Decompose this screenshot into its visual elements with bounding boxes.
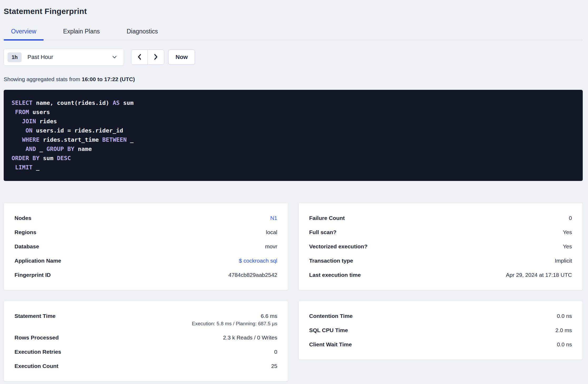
row-values: 2.0 ms [555, 323, 572, 337]
row-label: Database [14, 239, 39, 254]
row-value: Apr 29, 2024 at 17:18 UTC [506, 268, 572, 282]
row-label: Rows Processed [14, 331, 59, 345]
sql-line: AND _ GROUP BY name [12, 144, 575, 154]
tab-overview[interactable]: Overview [4, 28, 44, 40]
chevron-left-icon [137, 53, 142, 61]
tab-explain-plans[interactable]: Explain Plans [56, 28, 107, 40]
row-value: 0.0 ns [557, 337, 572, 352]
row-values: 0 [274, 345, 277, 359]
card-row: Client Wait Time0.0 ns [309, 337, 572, 352]
time-range-label: Past Hour [27, 54, 53, 61]
statement-details-card: NodesN1RegionslocalDatabasemovrApplicati… [4, 203, 288, 290]
time-range-select[interactable]: 1h Past Hour [4, 49, 124, 66]
row-label: Nodes [14, 211, 31, 225]
sql-line: LIMIT _ [12, 163, 575, 172]
row-values: local [266, 225, 277, 239]
row-label: Application Name [14, 254, 61, 268]
row-label: Last execution time [309, 268, 361, 282]
row-values: 6.6 msExecution: 5.8 ms / Planning: 687.… [192, 309, 277, 331]
row-values: Yes [563, 225, 572, 239]
statement-times-card: Statement Time6.6 msExecution: 5.8 ms / … [4, 301, 288, 381]
row-values: 2.3 k Reads / 0 Writes [223, 331, 277, 345]
execution-attributes-card: Failure Count0Full scan?YesVectorized ex… [298, 203, 583, 290]
card-row: Failure Count0 [309, 211, 572, 225]
stats-line-prefix: Showing aggregated stats from [4, 76, 82, 82]
card-row: Transaction typeImplicit [309, 254, 572, 268]
row-values: Yes [563, 239, 572, 254]
row-values: 0 [569, 211, 572, 225]
sql-line: WHERE rides.start_time BETWEEN _ [12, 135, 575, 144]
statement-fingerprint-page: Statement Fingerprint OverviewExplain Pl… [0, 7, 588, 381]
row-label: Vectorized execution? [309, 239, 368, 254]
row-values: N1 [270, 211, 277, 225]
row-value: movr [265, 239, 277, 254]
row-label: Failure Count [309, 211, 345, 225]
stats-line-range: 16:00 to 17:22 (UTC) [82, 76, 135, 82]
sql-line: ORDER BY sum DESC [12, 154, 575, 163]
time-controls: 1h Past Hour [4, 49, 583, 66]
row-value: Yes [563, 239, 572, 254]
row-label: Client Wait Time [309, 337, 352, 352]
page-title: Statement Fingerprint [4, 7, 583, 16]
row-value: Yes [563, 225, 572, 239]
row-values: $ cockroach sql [239, 254, 277, 268]
row-value: 0 [569, 211, 572, 225]
card-row: Statement Time6.6 msExecution: 5.8 ms / … [14, 309, 277, 331]
tab-diagnostics[interactable]: Diagnostics [119, 28, 165, 40]
card-row: Execution Retries0 [14, 345, 277, 359]
card-row: Vectorized execution?Yes [309, 239, 572, 254]
next-interval-button[interactable] [148, 50, 164, 65]
row-values: 0.0 ns [557, 309, 572, 323]
time-range-badge: 1h [8, 52, 22, 62]
row-value: local [266, 225, 277, 239]
card-row: SQL CPU Time2.0 ms [309, 323, 572, 337]
row-label: Full scan? [309, 225, 337, 239]
row-values: 4784cb829aab2542 [228, 268, 277, 282]
row-subvalue: Execution: 5.8 ms / Planning: 687.5 µs [192, 320, 277, 331]
row-label: SQL CPU Time [309, 323, 348, 337]
sql-line: FROM users [12, 107, 575, 117]
row-value: 25 [271, 359, 277, 373]
row-value: 4784cb829aab2542 [228, 268, 277, 282]
row-label: Execution Count [14, 359, 58, 373]
aggregated-stats-line: Showing aggregated stats from 16:00 to 1… [4, 76, 583, 82]
row-value: 2.0 ms [555, 323, 572, 337]
row-value: 0 [274, 345, 277, 359]
card-row: Rows Processed2.3 k Reads / 0 Writes [14, 331, 277, 345]
row-label: Execution Retries [14, 345, 61, 359]
row-label: Transaction type [309, 254, 353, 268]
chevron-down-icon [112, 54, 117, 60]
sql-line: SELECT name, count(rides.id) AS sum [12, 98, 575, 107]
row-value: 0.0 ns [557, 309, 572, 323]
row-value-link[interactable]: N1 [270, 211, 277, 225]
row-values: 0.0 ns [557, 337, 572, 352]
card-row: Regionslocal [14, 225, 277, 239]
card-row: Fingerprint ID4784cb829aab2542 [14, 268, 277, 282]
now-button[interactable]: Now [168, 50, 195, 65]
wait-times-card: Contention Time0.0 nsSQL CPU Time2.0 msC… [298, 301, 583, 360]
card-row: NodesN1 [14, 211, 277, 225]
summary-cards: NodesN1RegionslocalDatabasemovrApplicati… [4, 203, 583, 381]
card-row: Execution Count25 [14, 359, 277, 373]
row-label: Regions [14, 225, 36, 239]
sql-line: ON users.id = rides.rider_id [12, 126, 575, 135]
time-interval-arrows [131, 50, 164, 65]
row-values: 25 [271, 359, 277, 373]
sql-line: JOIN rides [12, 117, 575, 126]
row-values: movr [265, 239, 277, 254]
card-row: Last execution timeApr 29, 2024 at 17:18… [309, 268, 572, 282]
tab-bar: OverviewExplain PlansDiagnostics [4, 28, 583, 40]
card-row: Full scan?Yes [309, 225, 572, 239]
row-value: 2.3 k Reads / 0 Writes [223, 331, 277, 345]
row-label: Statement Time [14, 309, 56, 323]
card-row: Contention Time0.0 ns [309, 309, 572, 323]
row-label: Contention Time [309, 309, 353, 323]
row-values: Implicit [555, 254, 572, 268]
row-label: Fingerprint ID [14, 268, 51, 282]
card-row: Databasemovr [14, 239, 277, 254]
sql-statement: SELECT name, count(rides.id) AS sum FROM… [4, 90, 583, 181]
row-value: Implicit [555, 254, 572, 268]
row-value-link[interactable]: $ cockroach sql [239, 254, 277, 268]
prev-interval-button[interactable] [131, 50, 148, 65]
card-row: Application Name$ cockroach sql [14, 254, 277, 268]
